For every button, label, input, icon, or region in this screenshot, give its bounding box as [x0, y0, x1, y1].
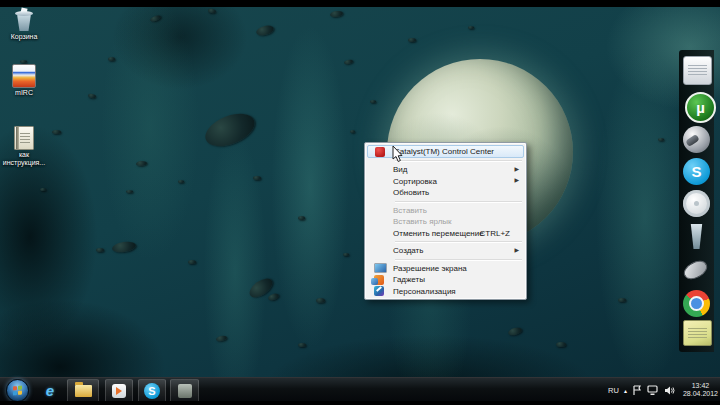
menu-item-gadgets[interactable]: Гаджеты: [367, 274, 524, 286]
desktop-icon-text-file[interactable]: как инструкция...: [0, 126, 48, 167]
menu-item-refresh[interactable]: Обновить: [367, 187, 524, 199]
asteroid: [178, 180, 184, 183]
menu-item-label: Вставить: [393, 206, 427, 215]
menu-item-label: Сортировка: [393, 177, 437, 186]
asteroid: [96, 248, 104, 252]
asteroid: [298, 216, 305, 220]
submenu-arrow-icon: ▶: [514, 176, 519, 188]
taskbar-internet-explorer[interactable]: e: [38, 379, 62, 401]
screen: Корзина mIRC как инструкция... µ S Catal…: [0, 0, 720, 405]
taskbar-media-player[interactable]: [105, 379, 133, 403]
menu-item-catalyst-control-center[interactable]: Catalyst(TM) Control Center: [367, 145, 524, 158]
menu-item-label: Отменить перемещение: [393, 229, 484, 238]
taskbar: e S RU ▴: [0, 377, 720, 402]
asteroid: [126, 190, 133, 193]
menu-item-paste: Вставить: [367, 205, 524, 217]
menu-separator: [395, 241, 522, 243]
recycle-bin-icon: [14, 8, 34, 32]
asteroid: [468, 26, 474, 29]
system-tray: RU ▴ 13:42 28.04.2012: [608, 378, 718, 402]
asteroid: [343, 253, 349, 256]
disc-icon[interactable]: [683, 190, 710, 217]
menu-item-label: Обновить: [393, 188, 429, 197]
menu-item-screen-resolution[interactable]: Разрешение экрана: [367, 263, 524, 275]
mouse-icon[interactable]: [681, 257, 711, 283]
taskbar-application[interactable]: [170, 379, 199, 403]
chrome-icon[interactable]: [683, 290, 710, 317]
desktop-icon-label: Корзина: [0, 33, 48, 41]
menu-item-label: Создать: [393, 246, 423, 255]
right-dock: µ S: [679, 50, 714, 352]
skype-icon: S: [144, 383, 160, 399]
menu-shortcut: CTRL+Z: [480, 228, 510, 240]
asteroid: [618, 298, 626, 302]
text-file-icon: [14, 126, 34, 150]
tray-time: 13:42: [683, 382, 718, 390]
internet-explorer-icon: e: [46, 382, 54, 399]
menu-item-paste-shortcut: Вставить ярлык: [367, 216, 524, 228]
asteroid: [253, 176, 261, 180]
asteroid: [108, 57, 115, 61]
menu-item-view[interactable]: Вид ▶: [367, 164, 524, 176]
desktop-icon-recycle-bin[interactable]: Корзина: [0, 8, 48, 41]
mirc-icon: [12, 64, 36, 88]
gadgets-icon: [374, 275, 384, 285]
asteroid: [350, 130, 355, 133]
sticky-notes-icon[interactable]: [683, 320, 712, 346]
desktop-icon-label: как инструкция...: [0, 151, 48, 167]
application-icon: [178, 384, 192, 398]
skype-icon[interactable]: S: [683, 158, 710, 185]
folder-icon: [75, 385, 92, 397]
personalization-icon: [374, 286, 384, 296]
menu-item-label: Вид: [393, 165, 407, 174]
submenu-arrow-icon: ▶: [514, 164, 519, 176]
mouse-cursor: [392, 146, 404, 163]
taskbar-windows-explorer[interactable]: [67, 379, 99, 403]
asteroid: [370, 100, 376, 103]
menu-item-label: Персонализация: [393, 287, 456, 296]
menu-separator: [395, 259, 522, 261]
menu-separator: [395, 160, 522, 162]
menu-item-sort[interactable]: Сортировка ▶: [367, 176, 524, 188]
network-icon[interactable]: [647, 385, 659, 396]
desktop-wallpaper[interactable]: [0, 7, 720, 401]
language-indicator[interactable]: RU: [608, 386, 619, 395]
menu-item-label: Catalyst(TM) Control Center: [394, 147, 494, 156]
display-icon: [374, 263, 387, 273]
desktop-icon-label: mIRC: [0, 89, 48, 97]
utorrent-icon[interactable]: µ: [685, 92, 716, 123]
menu-item-new[interactable]: Создать ▶: [367, 245, 524, 257]
asteroid: [52, 130, 61, 134]
start-button[interactable]: [6, 379, 29, 402]
volume-icon[interactable]: [664, 385, 676, 396]
clock[interactable]: 13:42 28.04.2012: [683, 382, 718, 398]
windows-flag-icon: [13, 385, 22, 395]
asteroid: [556, 342, 566, 347]
asteroid: [188, 260, 196, 264]
asteroid: [298, 343, 306, 347]
asteroid: [40, 188, 46, 191]
glass-icon[interactable]: [689, 224, 704, 249]
steam-icon[interactable]: [683, 126, 710, 153]
menu-separator: [395, 201, 522, 203]
menu-item-label: Гаджеты: [393, 275, 425, 284]
media-player-icon: [112, 384, 126, 398]
menu-item-personalization[interactable]: Персонализация: [367, 286, 524, 298]
letterbox-bar-bottom: [0, 401, 720, 405]
action-center-flag-icon[interactable]: [632, 385, 642, 396]
desktop-icon-mirc[interactable]: mIRC: [0, 64, 48, 97]
asteroid: [408, 38, 416, 42]
catalyst-icon: [375, 147, 385, 157]
asteroid: [316, 298, 325, 303]
menu-item-label: Вставить ярлык: [393, 217, 452, 226]
asteroid: [658, 138, 664, 141]
desktop-context-menu: Catalyst(TM) Control Center Вид ▶ Сортир…: [364, 142, 527, 300]
menu-item-undo-move[interactable]: Отменить перемещение CTRL+Z: [367, 228, 524, 240]
submenu-arrow-icon: ▶: [514, 245, 519, 257]
menu-item-label: Разрешение экрана: [393, 264, 467, 273]
show-hidden-icons-button[interactable]: ▴: [624, 387, 627, 394]
taskbar-skype[interactable]: S: [138, 379, 166, 403]
letterbox-bar-top: [0, 0, 720, 7]
notepad-window-icon[interactable]: [683, 56, 712, 85]
asteroid: [20, 60, 27, 63]
